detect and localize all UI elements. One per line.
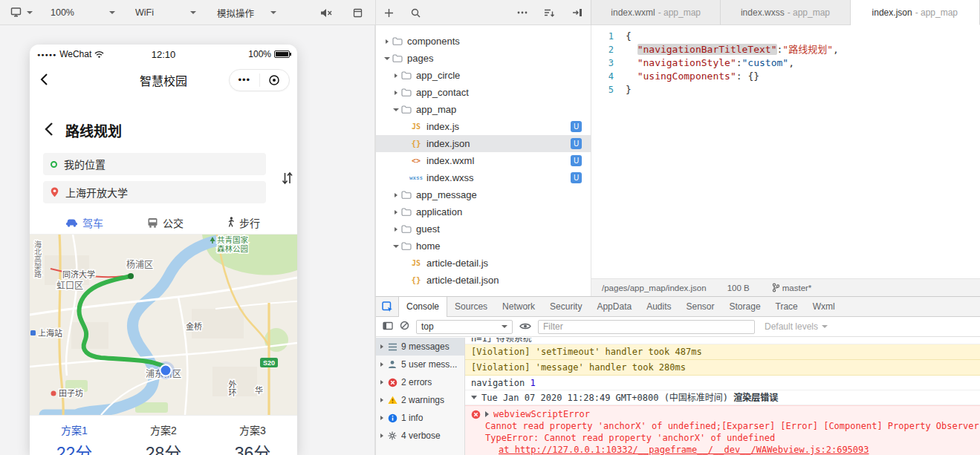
log-levels-selector[interactable]: Default levels xyxy=(765,321,828,332)
console-sidebar-toggle[interactable] xyxy=(383,321,393,333)
json-key: "navigationStyle" xyxy=(637,57,736,68)
tab-wxml[interactable]: Wxml xyxy=(805,297,843,317)
tab-project: - app_map xyxy=(915,7,958,18)
git-untracked-badge: U xyxy=(571,121,582,132)
inspect-element-button[interactable] xyxy=(376,301,398,312)
tree-item-index-wxml[interactable]: <> index.wxml U xyxy=(376,152,591,169)
filter-verbose[interactable]: 4 verbose xyxy=(376,427,464,445)
mode-tab-walk[interactable]: 步行 xyxy=(227,215,260,230)
more-button[interactable] xyxy=(514,0,530,25)
device-selector[interactable] xyxy=(3,0,40,25)
page-header: 路线规划 xyxy=(45,120,122,140)
editor-tab-index-json[interactable]: index.json - app_map xyxy=(851,0,980,25)
map-label-park: 共青国家 xyxy=(217,235,248,244)
json-key-highlighted: "navigationBarTitleText" xyxy=(637,44,777,55)
network-selector[interactable]: WiFi xyxy=(128,0,204,25)
mode-tab-drive[interactable]: 驾车 xyxy=(65,215,103,230)
chevron-collapsed-icon xyxy=(386,39,389,44)
mute-button[interactable] xyxy=(318,0,334,25)
tab-filename: index.wxml xyxy=(611,7,655,18)
tab-appdata[interactable]: AppData xyxy=(589,297,639,317)
chevron-collapsed-icon xyxy=(395,227,397,232)
tree-item-app_map[interactable]: app_map xyxy=(376,101,591,118)
tree-item-index-json[interactable]: {} index.json U xyxy=(376,135,591,152)
filter-user-messages[interactable]: 5 user mess... xyxy=(376,356,464,373)
context-selector[interactable]: top xyxy=(416,320,513,334)
map-view[interactable]: 共青国家 森林公园 杨浦区 同济大学 虹口区 上海站 金桥 S20 田子坊 浦东… xyxy=(30,235,297,415)
folder-open-icon xyxy=(401,105,412,114)
sort-button[interactable] xyxy=(541,0,557,25)
editor-tab-index-wxml[interactable]: index.wxml - app_map xyxy=(591,0,721,25)
mode-tab-bus[interactable]: 公交 xyxy=(147,215,184,230)
chevron-collapsed-icon xyxy=(380,433,383,438)
tab-sensor[interactable]: Sensor xyxy=(679,297,722,317)
git-untracked-badge: U xyxy=(571,138,582,149)
network-value: WiFi xyxy=(135,7,154,18)
console-filter-input[interactable] xyxy=(538,320,755,334)
zoom-selector[interactable]: 100% xyxy=(43,0,123,25)
tree-item-application[interactable]: application xyxy=(376,203,591,220)
plan-2[interactable]: 方案2 28分 xyxy=(119,416,208,455)
tab-storage[interactable]: Storage xyxy=(722,297,768,317)
log-group-header[interactable]: Tue Jan 07 2020 11:28:49 GMT+0800 (中国标准时… xyxy=(465,390,980,405)
tab-sources[interactable]: Sources xyxy=(447,297,495,317)
git-branch[interactable]: master* xyxy=(772,283,812,292)
log-message-clipped: n=1」待领系统 xyxy=(465,338,980,344)
json-file-icon: {} xyxy=(407,139,425,148)
plan-1[interactable]: 方案1 22分 xyxy=(30,416,119,455)
tab-audits[interactable]: Audits xyxy=(639,297,678,317)
tab-security[interactable]: Security xyxy=(542,297,589,317)
simulate-selector[interactable]: 模拟操作 xyxy=(210,0,284,25)
new-file-button[interactable] xyxy=(380,0,397,25)
chevron-down-icon xyxy=(190,11,196,14)
eye-button[interactable] xyxy=(519,321,531,333)
tree-item-app_message[interactable]: app_message xyxy=(376,186,591,203)
destination-input[interactable]: 上海开放大学 xyxy=(43,181,266,203)
clear-console-button[interactable] xyxy=(400,321,409,333)
route-start-marker xyxy=(128,273,134,279)
tree-item-article-detail-json[interactable]: {} article-detail.json xyxy=(376,272,591,289)
filter-warnings[interactable]: 2 warnings xyxy=(376,391,464,409)
violation-message: [Violation] 'message' handler took 280ms xyxy=(465,360,980,376)
tree-item-article-detail-js[interactable]: JS article-detail.js xyxy=(376,255,591,272)
tree-item-app_circle[interactable]: app_circle xyxy=(376,67,591,84)
collapse-panel-button[interactable] xyxy=(569,0,585,25)
origin-input[interactable]: 我的位置 xyxy=(43,153,266,175)
tree-item-pages[interactable]: pages xyxy=(376,50,591,67)
chevron-down-icon xyxy=(502,325,507,328)
code-editor[interactable]: 1{ 2 "navigationBarTitleText":"路线规划", 3 … xyxy=(591,25,980,278)
tree-item-guest[interactable]: guest xyxy=(376,220,591,238)
device-icon xyxy=(10,7,22,19)
filter-info[interactable]: 1 info xyxy=(376,409,464,427)
line-number: 4 xyxy=(591,70,626,83)
tab-trace[interactable]: Trace xyxy=(768,297,805,317)
window-icon xyxy=(353,8,363,18)
menu-dots-button[interactable]: ••• xyxy=(230,70,259,91)
plan-3[interactable]: 方案3 36分 xyxy=(208,416,297,455)
tab-console[interactable]: Console xyxy=(398,297,447,317)
swap-button[interactable] xyxy=(282,171,293,187)
editor-tab-index-wxss[interactable]: index.wxss - app_map xyxy=(721,0,850,25)
map-label-waihuan: 外环 xyxy=(227,380,237,396)
filter-all-messages[interactable]: 9 messages xyxy=(376,338,464,356)
filter-errors[interactable]: 2 errors xyxy=(376,373,464,391)
tree-item-components[interactable]: components xyxy=(376,33,591,50)
sidebar-icon xyxy=(383,321,393,330)
tree-item-index-js[interactable]: JS index.js U xyxy=(376,118,591,135)
tree-item-app_contact[interactable]: app_contact xyxy=(376,84,591,101)
folder-icon xyxy=(401,88,412,96)
svg-text:S20: S20 xyxy=(263,359,275,367)
close-target-button[interactable] xyxy=(260,74,290,86)
chevron-down-icon xyxy=(27,11,33,14)
page-back-button[interactable] xyxy=(45,122,53,139)
branch-name: master* xyxy=(782,284,812,292)
expand-arrow-icon[interactable] xyxy=(485,411,489,417)
tree-item-home[interactable]: home xyxy=(376,238,591,255)
line-number: 2 xyxy=(591,43,626,56)
stack-trace-link[interactable]: at http://127.0.0.1:10332/__pageframe__/… xyxy=(465,444,980,455)
search-button[interactable] xyxy=(407,0,424,25)
tree-item-index-wxss[interactable]: wxss index.wxss U xyxy=(376,169,591,186)
separate-window-button[interactable] xyxy=(349,0,366,25)
console-messages[interactable]: n=1」待领系统 [Violation] 'setTimeout' handle… xyxy=(465,338,980,455)
tab-network[interactable]: Network xyxy=(495,297,542,317)
